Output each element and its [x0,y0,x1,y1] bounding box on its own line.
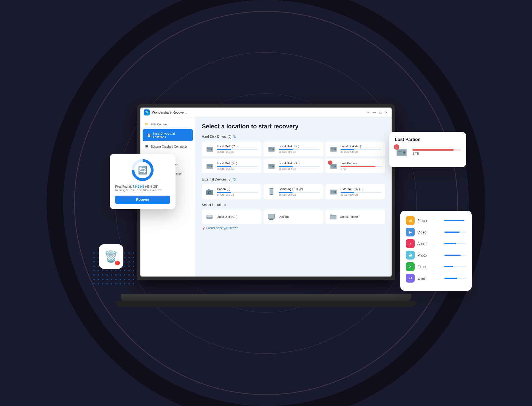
laptop-screen: W Wondershare Recoverit ≡ — □ ✕ 📁 File R… [140,108,392,277]
dot [128,274,130,276]
svg-rect-47 [268,214,274,218]
hdd-icon-f [205,162,214,170]
svg-rect-29 [331,165,334,166]
select-locations-section: Select Locations Local Disk (C: ) [202,203,385,224]
dot [98,279,99,280]
photo-type-icon: 🏔 [406,251,415,260]
svg-point-23 [273,166,274,167]
lost-partition-badge: — [328,160,332,165]
drive-card-c[interactable]: Local Disk (C: ) 86 GB / 250 GB [202,142,261,156]
dot [98,266,99,267]
file-type-row-excel: ✕ Excel [406,262,466,271]
dot [93,252,95,254]
drive-card-d[interactable]: Local Disk (D: ) 86 GB / 250 GB [264,142,323,156]
dot [128,261,130,263]
dot [93,261,95,263]
dot [128,266,130,267]
menu-icon[interactable]: ≡ [366,111,370,114]
drive-name-lost: Lost Partion [341,162,381,165]
sidebar-label-hard-drives: Hard Drives and Locations [153,132,188,139]
drive-card-f[interactable]: Local Disk (F: ) 86 GB / 250 GB [202,159,261,173]
device-name-external: External Disk (...) [341,187,381,191]
refresh-hard-disk-icon[interactable]: ↻ [233,134,236,139]
dot [98,274,99,276]
dot [115,283,117,284]
files-count: 7349346 [133,185,145,188]
file-recover-icon: 📁 [145,122,149,126]
svg-rect-4 [207,148,210,149]
device-size-samsung: 86 GB / 250 GB [279,193,319,196]
drive-card-g[interactable]: Local Disk (G: ) 86 GB / 250 GB [264,159,323,173]
system-crash-icon: 💻 [145,145,149,148]
svg-rect-19 [207,165,210,166]
camera-icon [205,187,214,196]
lost-partition-popup: Lost Partion — 1 TB [389,132,466,167]
progress-ring: 🔄 [132,159,154,181]
dot [102,279,103,280]
svg-rect-54 [398,151,402,152]
locations-grid: Local Disk (C: ) Desktop [202,210,385,224]
title-bar: W Wondershare Recoverit ≡ — □ ✕ [140,108,392,117]
dot [120,274,121,276]
device-card-external[interactable]: External Disk (...) 86 GB / 250 GB [326,184,385,199]
dot [106,283,108,284]
drive-size-lost: 1 TB [341,168,381,170]
audio-type-icon: ♪ [406,239,415,248]
video-type-icon: ▶ [406,228,415,236]
refresh-external-icon[interactable]: ↻ [233,177,236,182]
dot [111,274,112,276]
location-local-disk[interactable]: Local Disk (C: ) [202,210,261,224]
recover-button[interactable]: Recover [115,196,170,204]
location-select-folder[interactable]: Select Folder [326,210,385,224]
device-name-samsung: Samsung S10 (J:) [279,187,319,191]
file-types-popup: 📁 Folder ▶ Video ♪ Audio 🏔 Photo ✕ Excel… [400,211,472,291]
cannot-detect-link[interactable]: ❓ Cannot detect your drive? [202,227,385,230]
excel-type-label: Excel [417,265,442,269]
location-name-desktop: Desktop [278,215,289,218]
svg-rect-14 [331,148,334,149]
svg-point-13 [335,149,335,150]
svg-rect-34 [208,189,210,190]
sidebar-item-file-recover[interactable]: 📁 File Recover [140,120,195,129]
laptop-screen-frame: W Wondershare Recoverit ≡ — □ ✕ 📁 File R… [137,104,395,280]
file-type-row-photo: 🏔 Photo [406,251,466,260]
sidebar-item-system-crash[interactable]: 💻 System Crashed Computer [140,142,195,151]
close-button[interactable]: ✕ [384,111,388,114]
drive-name-c: Local Disk (C: ) [217,145,258,148]
dot [124,261,125,263]
svg-point-53 [404,152,405,153]
drive-card-lost[interactable]: — Lost Partion 1 TB [326,159,385,173]
dot [111,283,112,284]
svg-rect-9 [269,148,272,149]
svg-point-45 [206,215,213,217]
dot [128,283,130,284]
dot [106,270,108,271]
dot [93,257,95,258]
hard-disk-section-label: Hard Disk Drives (6) [202,135,231,139]
dot [124,257,125,258]
location-name-select-folder: Select Folder [340,215,358,218]
svg-rect-42 [331,191,334,191]
minimize-button[interactable]: — [372,111,376,114]
device-card-canon[interactable]: Canon (I:) 86 GB / 250 GB [202,184,261,199]
app-body: 📁 File Recover 💾 Hard Drives and Locatio… [140,117,392,277]
maximize-button[interactable]: □ [378,111,382,114]
dot [124,274,125,276]
location-desktop[interactable]: Desktop [264,210,323,224]
dot [106,279,108,280]
drive-card-e[interactable]: Local Disk (E: ) 86 GB / 250 GB [326,142,385,156]
lost-partition-size: 1 TB [412,152,461,156]
sidebar-item-hard-drives[interactable]: 💾 Hard Drives and Locations [143,129,193,141]
svg-rect-49 [269,219,273,220]
dot [124,279,125,280]
hard-drives-icon: 💾 [147,134,151,137]
folder-type-label: Folder [417,219,442,223]
device-card-samsung[interactable]: Samsung S10 (J:) 86 GB / 250 GB [264,184,323,199]
dot [93,270,95,271]
dot [128,252,130,254]
svg-point-8 [273,149,274,150]
dot [133,270,134,271]
app-title: Wondershare Recoverit [152,111,366,114]
svg-point-3 [211,149,212,150]
svg-rect-48 [270,219,273,219]
